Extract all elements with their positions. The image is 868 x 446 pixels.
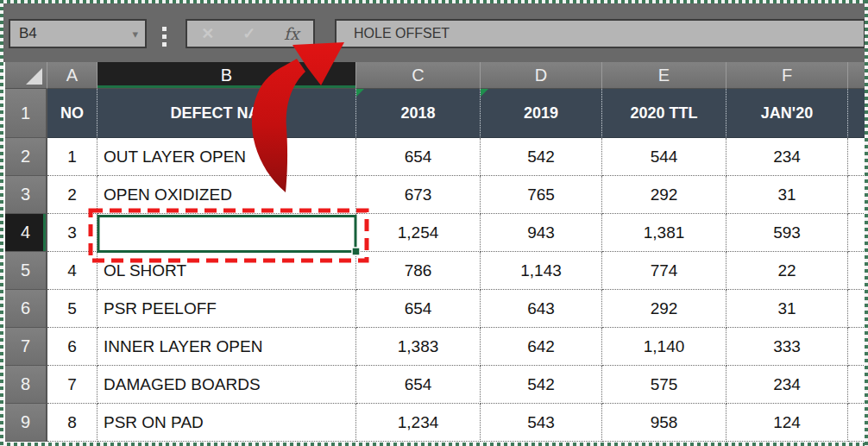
cell-d2[interactable]: 542 [481,138,602,176]
column-header-d[interactable]: D [481,62,602,89]
error-indicator-icon [356,89,364,97]
cell-f3[interactable]: 31 [726,176,848,214]
cell-e9[interactable]: 958 [602,404,726,442]
name-box-value: B4 [10,25,132,42]
cell-a3[interactable]: 2 [47,176,97,214]
cell-c5[interactable]: 786 [356,252,481,290]
worksheet-grid: A B C D E F 1 NO DEFECT NAME 2018 2019 2… [5,62,865,442]
cell-c9[interactable]: 1,234 [356,404,481,442]
cell-a2[interactable]: 1 [47,138,97,176]
cell-g6-partial[interactable] [848,290,865,328]
cell-b1[interactable]: DEFECT NAME [97,89,356,138]
row-header-3[interactable]: 3 [5,176,47,214]
cell-d6[interactable]: 643 [481,290,602,328]
column-header-e[interactable]: E [602,62,726,89]
cell-f6[interactable]: 31 [726,290,848,328]
cell-b7[interactable]: INNER LAYER OPEN [97,328,356,366]
cell-c4[interactable]: 1,254 [356,214,481,252]
cell-g1-partial[interactable] [848,89,865,138]
cell-c3[interactable]: 673 [356,176,481,214]
cell-b2[interactable]: OUT LAYER OPEN [97,138,356,176]
cell-b8[interactable]: DAMAGED BOARDS [97,366,356,404]
more-dots-icon [162,27,167,31]
cell-g4-partial[interactable] [848,214,865,252]
cell-a8[interactable]: 7 [47,366,97,404]
cell-a5[interactable]: 4 [47,252,97,290]
cell-d8[interactable]: 542 [481,366,602,404]
row-header-1[interactable]: 1 [5,89,47,138]
cell-e4[interactable]: 1,381 [602,214,726,252]
cell-e8[interactable]: 575 [602,366,726,404]
row-header-7[interactable]: 7 [5,328,47,366]
formula-bar-value: HOLE OFFSET [337,26,450,41]
selection-ants-bottom [0,443,868,446]
selection-ants-left [0,0,3,446]
formula-bar[interactable]: HOLE OFFSET [335,19,865,48]
chevron-down-icon[interactable]: ▾ [132,28,145,41]
cell-f5[interactable]: 22 [726,252,848,290]
cell-d3[interactable]: 765 [481,176,602,214]
column-header-c[interactable]: C [356,62,481,89]
spreadsheet-screenshot: B4 ▾ ✕ ✓ fx HOLE OFFSET A B C D E F 1 NO… [0,0,868,446]
name-box[interactable]: B4 ▾ [9,19,147,48]
cell-g8-partial[interactable] [848,366,865,404]
column-header-partial[interactable] [848,62,865,89]
cell-b3[interactable]: OPEN OXIDIZED [97,176,356,214]
cell-c6[interactable]: 654 [356,290,481,328]
cell-c1[interactable]: 2018 [356,89,481,138]
cell-e6[interactable]: 292 [602,290,726,328]
row-header-6[interactable]: 6 [5,290,47,328]
select-all-icon [26,68,42,85]
row-header-8[interactable]: 8 [5,366,47,404]
enter-icon[interactable]: ✓ [242,24,255,43]
formula-buttons: ✕ ✓ fx [186,19,315,48]
column-header-b[interactable]: B [97,62,356,89]
cell-b6[interactable]: PSR PEELOFF [97,290,356,328]
cell-c2[interactable]: 654 [356,138,481,176]
row-header-9[interactable]: 9 [5,404,47,442]
cell-e3[interactable]: 292 [602,176,726,214]
cell-e7[interactable]: 1,140 [602,328,726,366]
column-header-f[interactable]: F [726,62,848,89]
formula-bar-chrome: B4 ▾ ✕ ✓ fx HOLE OFFSET [0,0,868,62]
cancel-icon[interactable]: ✕ [201,24,214,43]
cell-d4[interactable]: 943 [481,214,602,252]
cell-a4[interactable]: 3 [47,214,97,252]
cell-a7[interactable]: 6 [47,328,97,366]
cell-f7[interactable]: 333 [726,328,848,366]
cell-g2-partial[interactable] [848,138,865,176]
cell-f1[interactable]: JAN'20 [726,89,848,138]
cell-f4[interactable]: 593 [726,214,848,252]
cell-g3-partial[interactable] [848,176,865,214]
row-header-4[interactable]: 4 [5,214,47,252]
cell-f2[interactable]: 234 [726,138,848,176]
cell-d9[interactable]: 543 [481,404,602,442]
cell-d7[interactable]: 642 [481,328,602,366]
cell-b5[interactable]: OL SHORT [97,252,356,290]
error-indicator-icon [481,89,488,97]
cell-g9-partial[interactable] [848,404,865,442]
row-header-5[interactable]: 5 [5,252,47,290]
cell-g5-partial[interactable] [848,252,865,290]
cell-a6[interactable]: 5 [47,290,97,328]
cell-d1[interactable]: 2019 [481,89,602,138]
cell-c7[interactable]: 1,383 [356,328,481,366]
select-all-button[interactable] [5,62,47,89]
insert-function-icon[interactable]: fx [284,24,299,43]
cell-e5[interactable]: 774 [602,252,726,290]
cell-g7-partial[interactable] [848,328,865,366]
cell-c8[interactable]: 654 [356,366,481,404]
cell-f8[interactable]: 234 [726,366,848,404]
cell-a9[interactable]: 8 [47,404,97,442]
column-header-a[interactable]: A [47,62,97,89]
cell-a1[interactable]: NO [47,89,97,138]
row-header-2[interactable]: 2 [5,138,47,176]
cell-b4-selected[interactable] [97,214,356,252]
cell-b9[interactable]: PSR ON PAD [97,404,356,442]
cell-e2[interactable]: 544 [602,138,726,176]
cell-f9[interactable]: 124 [726,404,848,442]
cell-e1[interactable]: 2020 TTL [602,89,726,138]
cell-d5[interactable]: 1,143 [481,252,602,290]
